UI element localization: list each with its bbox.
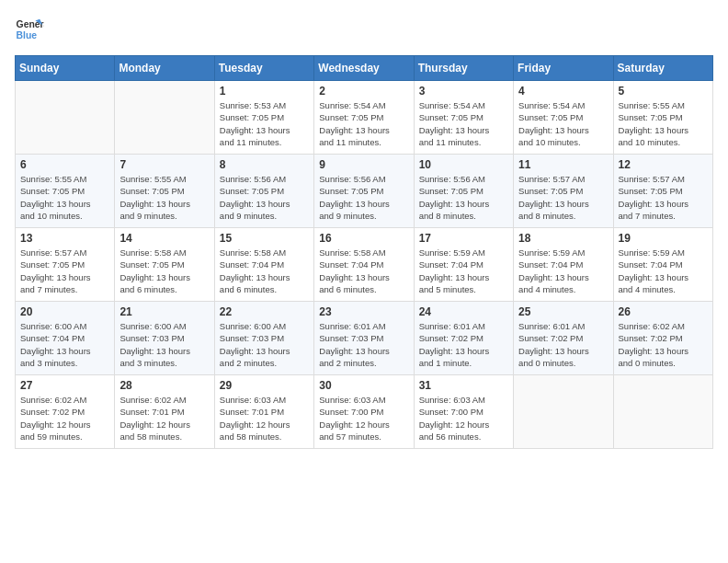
day-cell: 14Sunrise: 5:58 AM Sunset: 7:05 PM Dayli… [115,228,214,302]
day-number: 6 [20,158,109,171]
day-cell: 6Sunrise: 5:55 AM Sunset: 7:05 PM Daylig… [16,155,115,228]
day-cell: 1Sunrise: 5:53 AM Sunset: 7:05 PM Daylig… [214,81,313,155]
logo: General Blue [15,15,44,44]
day-cell [613,375,712,449]
weekday-header-friday: Friday [514,56,613,81]
weekday-header-saturday: Saturday [613,56,712,81]
day-number: 28 [119,379,209,392]
day-number: 12 [619,158,708,171]
day-cell: 21Sunrise: 6:00 AM Sunset: 7:03 PM Dayli… [115,302,214,375]
day-cell: 30Sunrise: 6:03 AM Sunset: 7:00 PM Dayli… [314,375,414,449]
day-number: 21 [119,305,209,318]
day-number: 27 [20,379,109,392]
day-number: 26 [619,305,708,318]
day-cell: 23Sunrise: 6:01 AM Sunset: 7:03 PM Dayli… [314,302,414,375]
day-info: Sunrise: 5:56 AM Sunset: 7:05 PM Dayligh… [220,173,309,222]
day-info: Sunrise: 6:00 AM Sunset: 7:04 PM Dayligh… [20,320,109,369]
day-number: 31 [419,379,508,392]
day-number: 18 [518,232,608,245]
day-cell: 9Sunrise: 5:56 AM Sunset: 7:05 PM Daylig… [314,155,414,228]
day-cell: 20Sunrise: 6:00 AM Sunset: 7:04 PM Dayli… [16,302,115,375]
day-number: 24 [419,305,508,318]
header: General Blue [15,15,713,44]
day-cell: 7Sunrise: 5:55 AM Sunset: 7:05 PM Daylig… [115,155,214,228]
day-cell: 13Sunrise: 5:57 AM Sunset: 7:05 PM Dayli… [16,228,115,302]
day-cell: 22Sunrise: 6:00 AM Sunset: 7:03 PM Dayli… [214,302,313,375]
day-number: 15 [220,232,309,245]
day-cell: 3Sunrise: 5:54 AM Sunset: 7:05 PM Daylig… [414,81,513,155]
week-row-3: 20Sunrise: 6:00 AM Sunset: 7:04 PM Dayli… [16,302,713,375]
day-cell: 2Sunrise: 5:54 AM Sunset: 7:05 PM Daylig… [314,81,414,155]
day-info: Sunrise: 5:55 AM Sunset: 7:05 PM Dayligh… [119,173,209,222]
day-info: Sunrise: 6:02 AM Sunset: 7:02 PM Dayligh… [619,320,708,369]
day-number: 17 [419,232,508,245]
day-cell: 26Sunrise: 6:02 AM Sunset: 7:02 PM Dayli… [613,302,712,375]
day-number: 9 [319,158,408,171]
calendar: SundayMondayTuesdayWednesdayThursdayFrid… [15,55,713,449]
day-cell: 24Sunrise: 6:01 AM Sunset: 7:02 PM Dayli… [414,302,513,375]
day-cell: 25Sunrise: 6:01 AM Sunset: 7:02 PM Dayli… [514,302,613,375]
day-number: 7 [119,158,209,171]
day-number: 22 [220,305,309,318]
day-cell [514,375,613,449]
day-cell: 31Sunrise: 6:03 AM Sunset: 7:00 PM Dayli… [414,375,513,449]
day-number: 19 [619,232,708,245]
day-info: Sunrise: 5:54 AM Sunset: 7:05 PM Dayligh… [319,99,408,148]
week-row-1: 6Sunrise: 5:55 AM Sunset: 7:05 PM Daylig… [16,155,713,228]
weekday-header-sunday: Sunday [16,56,115,81]
week-row-0: 1Sunrise: 5:53 AM Sunset: 7:05 PM Daylig… [16,81,713,155]
day-info: Sunrise: 5:53 AM Sunset: 7:05 PM Dayligh… [220,99,309,148]
day-number: 23 [319,305,408,318]
day-info: Sunrise: 5:54 AM Sunset: 7:05 PM Dayligh… [419,99,508,148]
day-number: 2 [319,85,408,98]
day-cell: 28Sunrise: 6:02 AM Sunset: 7:01 PM Dayli… [115,375,214,449]
day-cell: 10Sunrise: 5:56 AM Sunset: 7:05 PM Dayli… [414,155,513,228]
day-info: Sunrise: 6:01 AM Sunset: 7:02 PM Dayligh… [518,320,608,369]
day-info: Sunrise: 5:59 AM Sunset: 7:04 PM Dayligh… [619,247,708,295]
day-info: Sunrise: 5:58 AM Sunset: 7:05 PM Dayligh… [119,247,209,295]
day-number: 13 [20,232,109,245]
week-row-2: 13Sunrise: 5:57 AM Sunset: 7:05 PM Dayli… [16,228,713,302]
day-info: Sunrise: 6:00 AM Sunset: 7:03 PM Dayligh… [119,320,209,369]
weekday-header-monday: Monday [115,56,214,81]
day-number: 11 [518,158,608,171]
day-info: Sunrise: 6:01 AM Sunset: 7:03 PM Dayligh… [319,320,408,369]
day-info: Sunrise: 6:03 AM Sunset: 7:00 PM Dayligh… [419,394,508,442]
week-row-4: 27Sunrise: 6:02 AM Sunset: 7:02 PM Dayli… [16,375,713,449]
day-cell: 29Sunrise: 6:03 AM Sunset: 7:01 PM Dayli… [214,375,313,449]
day-cell: 11Sunrise: 5:57 AM Sunset: 7:05 PM Dayli… [514,155,613,228]
day-number: 4 [518,85,608,98]
day-cell: 27Sunrise: 6:02 AM Sunset: 7:02 PM Dayli… [16,375,115,449]
weekday-header-thursday: Thursday [414,56,513,81]
day-info: Sunrise: 6:02 AM Sunset: 7:01 PM Dayligh… [119,394,209,442]
day-info: Sunrise: 5:56 AM Sunset: 7:05 PM Dayligh… [419,173,508,222]
day-cell [115,81,214,155]
day-info: Sunrise: 5:59 AM Sunset: 7:04 PM Dayligh… [419,247,508,295]
day-info: Sunrise: 6:00 AM Sunset: 7:03 PM Dayligh… [220,320,309,369]
weekday-header-tuesday: Tuesday [214,56,313,81]
day-number: 20 [20,305,109,318]
day-cell: 4Sunrise: 5:54 AM Sunset: 7:05 PM Daylig… [514,81,613,155]
day-cell: 16Sunrise: 5:58 AM Sunset: 7:04 PM Dayli… [314,228,414,302]
day-number: 25 [518,305,608,318]
day-cell [16,81,115,155]
day-cell: 17Sunrise: 5:59 AM Sunset: 7:04 PM Dayli… [414,228,513,302]
day-number: 14 [119,232,209,245]
day-info: Sunrise: 6:03 AM Sunset: 7:00 PM Dayligh… [319,394,408,442]
day-info: Sunrise: 5:58 AM Sunset: 7:04 PM Dayligh… [319,247,408,295]
day-cell: 5Sunrise: 5:55 AM Sunset: 7:05 PM Daylig… [613,81,712,155]
day-info: Sunrise: 5:56 AM Sunset: 7:05 PM Dayligh… [319,173,408,222]
day-cell: 19Sunrise: 5:59 AM Sunset: 7:04 PM Dayli… [613,228,712,302]
day-cell: 8Sunrise: 5:56 AM Sunset: 7:05 PM Daylig… [214,155,313,228]
logo-icon: General Blue [15,15,44,44]
day-number: 8 [220,158,309,171]
day-info: Sunrise: 6:01 AM Sunset: 7:02 PM Dayligh… [419,320,508,369]
day-info: Sunrise: 5:57 AM Sunset: 7:05 PM Dayligh… [518,173,608,222]
day-info: Sunrise: 6:02 AM Sunset: 7:02 PM Dayligh… [20,394,109,442]
day-number: 30 [319,379,408,392]
svg-text:Blue: Blue [17,30,38,40]
day-number: 1 [220,85,309,98]
day-info: Sunrise: 5:59 AM Sunset: 7:04 PM Dayligh… [518,247,608,295]
day-info: Sunrise: 5:54 AM Sunset: 7:05 PM Dayligh… [518,99,608,148]
day-number: 3 [419,85,508,98]
